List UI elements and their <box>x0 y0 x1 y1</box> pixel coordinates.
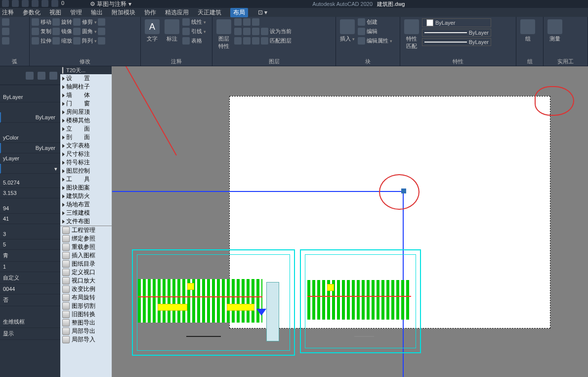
layer-props-button[interactable]: 图层 特性 <box>214 18 233 51</box>
layer-thaw-icon[interactable] <box>261 28 268 35</box>
block-attr-icon[interactable] <box>358 37 365 45</box>
group-button[interactable]: 组 <box>518 18 537 44</box>
array-icon[interactable] <box>73 37 81 45</box>
stretch-icon[interactable] <box>32 37 39 45</box>
prop-bylayer3[interactable]: ByLayer <box>0 143 60 153</box>
qat-dropdown[interactable]: 0 <box>61 0 64 8</box>
prop-expand[interactable]: ▾ <box>0 164 60 174</box>
tree-item[interactable]: 轴网柱子 <box>60 83 112 91</box>
explode-icon[interactable] <box>98 28 105 35</box>
menu-featured[interactable]: 精选应用 <box>165 8 189 17</box>
menu-tarch[interactable]: 天正建筑 <box>198 8 221 17</box>
rotate-icon[interactable] <box>52 18 60 26</box>
menu-addins[interactable]: 附加模块 <box>112 8 135 17</box>
tree-item[interactable]: 房间屋顶 <box>60 108 112 116</box>
trim-icon[interactable] <box>73 18 81 26</box>
menu-output[interactable]: 输出 <box>91 8 103 17</box>
erase-icon[interactable] <box>98 18 105 26</box>
rect-icon[interactable] <box>2 37 9 45</box>
panel-annot[interactable]: 注释 <box>143 57 210 65</box>
tree-item[interactable]: 门 窗 <box>60 99 112 108</box>
offset-icon[interactable] <box>98 37 105 45</box>
linear-icon[interactable] <box>182 18 190 26</box>
tool-item[interactable]: 插入图框 <box>60 251 112 260</box>
menu-manage[interactable]: 管理 <box>70 8 82 17</box>
block-edit-icon[interactable] <box>358 28 365 35</box>
menu-annotate[interactable]: 注释 <box>2 8 14 17</box>
dim-button[interactable]: 标注 <box>163 18 181 44</box>
prop-quick-icon[interactable] <box>49 72 57 80</box>
layer-lock-icon[interactable] <box>252 18 259 26</box>
panel-modify[interactable]: 修改 <box>32 57 138 65</box>
move-icon[interactable] <box>32 18 39 26</box>
prop-layer[interactable]: ByLayer <box>0 92 60 102</box>
tool-item[interactable]: 局部导出 <box>60 327 112 335</box>
tree-header[interactable]: ▎ T20天... <box>60 66 112 74</box>
arc-icon[interactable] <box>2 18 9 26</box>
tool-item[interactable]: 绑定参照 <box>60 235 112 243</box>
layer-off-icon[interactable] <box>243 28 251 35</box>
redo-icon[interactable] <box>51 0 58 7</box>
tool-item[interactable]: 改变比例 <box>60 285 112 293</box>
tool-item[interactable]: 重载参照 <box>60 243 112 251</box>
tree-item[interactable]: 图层控制 <box>60 167 112 175</box>
mirror-icon[interactable] <box>52 28 60 35</box>
ribbon-dropdown[interactable]: 草图与注释 <box>97 0 126 7</box>
prop-pick-icon[interactable] <box>38 72 45 80</box>
prop-ylayer[interactable]: yLayer <box>0 153 60 164</box>
undo-icon[interactable] <box>42 0 48 7</box>
panel-layer[interactable]: 图层 <box>214 57 334 65</box>
color-dropdown[interactable]: ByLayer <box>422 18 491 27</box>
tool-item[interactable]: 局部导入 <box>60 335 112 344</box>
open-icon[interactable] <box>22 0 29 7</box>
drawing-canvas[interactable] <box>112 66 588 377</box>
tree-item[interactable]: 符号标注 <box>60 158 112 167</box>
layer-walk-icon[interactable] <box>234 37 242 45</box>
tree-item[interactable]: 场地布置 <box>60 200 112 209</box>
layer-del-icon[interactable] <box>252 37 259 45</box>
menu-parametric[interactable]: 参数化 <box>23 8 41 17</box>
tool-item[interactable]: 布局旋转 <box>60 293 112 302</box>
layer-merge-icon[interactable] <box>243 37 251 45</box>
new-icon[interactable] <box>12 0 19 7</box>
tree-item[interactable]: 文字表格 <box>60 141 112 150</box>
panel-block[interactable]: 块 <box>338 57 398 65</box>
menu-layout[interactable]: 布局 <box>230 8 248 17</box>
matchprop-button[interactable]: 特性 匹配 <box>402 18 421 51</box>
layer-iso-icon[interactable] <box>234 28 242 35</box>
fillet-icon[interactable] <box>73 28 81 35</box>
save-icon[interactable] <box>32 0 39 7</box>
tool-item[interactable]: 整图导出 <box>60 319 112 327</box>
tree-item[interactable]: 三维建模 <box>60 209 112 217</box>
tree-item[interactable]: 文件布图 <box>60 217 112 226</box>
panel-group[interactable]: 组 <box>518 57 541 65</box>
tree-item[interactable]: 尺寸标注 <box>60 150 112 158</box>
tree-item[interactable]: 楼梯其他 <box>60 116 112 125</box>
linetype-dropdown[interactable]: ByLayer <box>422 38 491 46</box>
table-icon[interactable] <box>182 37 190 45</box>
tree-item[interactable]: 剖 面 <box>60 133 112 141</box>
insert-button[interactable]: 插入 <box>338 18 357 44</box>
lineweight-dropdown[interactable]: ByLayer <box>422 29 491 37</box>
copy-icon[interactable] <box>32 28 39 35</box>
tool-item[interactable]: 旧图转换 <box>60 310 112 319</box>
prop-select-icon[interactable] <box>26 72 34 80</box>
layer-state-icon[interactable] <box>234 18 242 26</box>
layer-on-icon[interactable] <box>252 28 259 35</box>
tree-item[interactable]: 立 面 <box>60 125 112 133</box>
layer-freeze-icon[interactable] <box>243 18 251 26</box>
layer-prev-icon[interactable] <box>261 37 268 45</box>
text-button[interactable]: A文字 <box>143 18 162 44</box>
tool-item[interactable]: 图形切割 <box>60 302 112 310</box>
measure-button[interactable]: 测量 <box>546 18 564 44</box>
tree-item[interactable]: 建筑防火 <box>60 192 112 200</box>
tool-item[interactable]: 工程管理 <box>60 226 112 235</box>
tree-item[interactable]: 工 具 <box>60 175 112 184</box>
panel-props[interactable]: 特性 <box>402 57 514 65</box>
scale-icon[interactable] <box>52 37 60 45</box>
block-create-icon[interactable] <box>358 18 365 26</box>
tree-item[interactable]: 设 置 <box>60 74 112 83</box>
tool-item[interactable]: 定义视口 <box>60 268 112 277</box>
tool-item[interactable]: 图纸目录 <box>60 260 112 268</box>
app-icon[interactable] <box>2 0 9 7</box>
